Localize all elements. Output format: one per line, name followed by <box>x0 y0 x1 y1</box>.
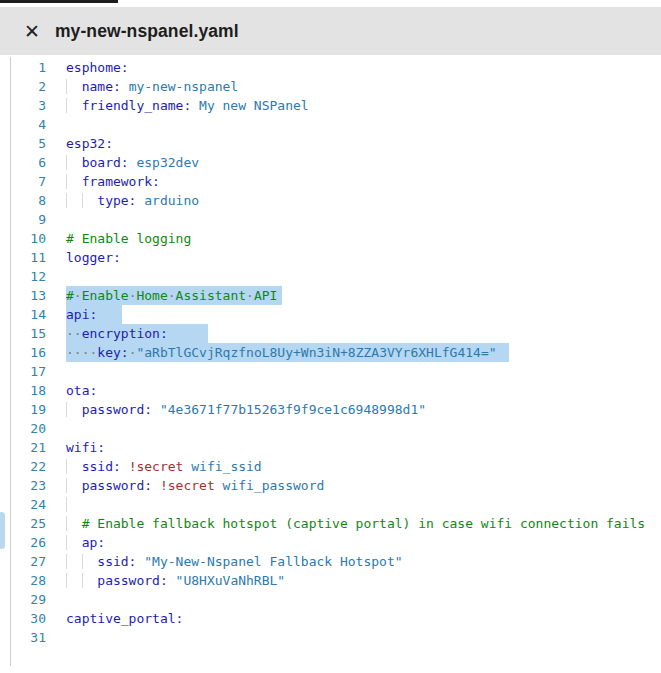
token-val: "U8HXuVaNhRBL" <box>176 573 286 588</box>
line-text: api: <box>66 305 122 324</box>
token-sp <box>152 402 160 417</box>
code-line[interactable]: 16····key:·"aRbTlGCvjRqzfnoL8Uy+Wn3iN+8Z… <box>0 343 661 362</box>
token-key: ota: <box>66 383 97 398</box>
token-sp <box>215 478 223 493</box>
line-number: 13 <box>0 286 46 305</box>
line-number: 14 <box>0 305 46 324</box>
token-ind <box>66 193 82 208</box>
code-area[interactable]: 1esphome:2 name: my-new-nspanel3 friendl… <box>0 58 661 647</box>
line-number: 20 <box>0 419 46 438</box>
token-ind <box>82 573 98 588</box>
token-key: framework: <box>82 174 160 189</box>
code-line[interactable]: 11logger: <box>0 248 661 267</box>
token-val: "aRbTlGCvjRqzfnoL8Uy+Wn3iN+8ZZA3VYr6XHLf… <box>136 345 496 360</box>
token-ind <box>66 497 82 512</box>
code-line[interactable]: 12 <box>0 267 661 286</box>
token-sp <box>121 459 129 474</box>
token-key: password: <box>82 478 152 493</box>
token-val: "My-New-Nspanel Fallback Hotspot" <box>144 554 402 569</box>
code-line[interactable]: 31 <box>0 628 661 647</box>
line-number: 3 <box>0 96 46 115</box>
whitespace-dot: · <box>74 345 82 360</box>
line-number: 29 <box>0 590 46 609</box>
line-text: friendly_name: My new NSPanel <box>66 96 309 115</box>
token-ind <box>66 535 82 550</box>
code-line[interactable]: 10# Enable logging <box>0 229 661 248</box>
token-sec: !secret <box>160 478 215 493</box>
line-number: 21 <box>0 438 46 457</box>
token-sp <box>152 478 160 493</box>
token-ind <box>66 516 82 531</box>
code-line[interactable]: 2 name: my-new-nspanel <box>0 77 661 96</box>
whitespace-dot: · <box>168 288 176 303</box>
code-line[interactable]: 25 # Enable fallback hotspot (captive po… <box>0 514 661 533</box>
line-number: 28 <box>0 571 46 590</box>
code-line[interactable]: 26 ap: <box>0 533 661 552</box>
line-text <box>66 495 82 514</box>
code-line[interactable]: 14api: <box>0 305 661 324</box>
token-ind <box>66 174 82 189</box>
file-title: my-new-nspanel.yaml <box>55 21 239 42</box>
line-text: ssid: !secret wifi_ssid <box>66 457 262 476</box>
token-ind <box>66 155 82 170</box>
code-line[interactable]: 17 <box>0 362 661 381</box>
token-key: esphome: <box>66 60 129 75</box>
token-com: # Enable logging <box>66 231 191 246</box>
line-number: 23 <box>0 476 46 495</box>
code-line[interactable]: 1esphome: <box>0 58 661 77</box>
whitespace-dot: · <box>74 326 82 341</box>
code-line[interactable]: 29 <box>0 590 661 609</box>
code-line[interactable]: 30captive_portal: <box>0 609 661 628</box>
token-ind <box>66 79 82 94</box>
token-ind <box>66 573 82 588</box>
whitespace-dot: · <box>66 326 74 341</box>
code-line[interactable]: 4 <box>0 115 661 134</box>
whitespace-dot: · <box>74 288 82 303</box>
whitespace-dot: · <box>66 345 74 360</box>
line-number: 7 <box>0 172 46 191</box>
code-line[interactable]: 6 board: esp32dev <box>0 153 661 172</box>
line-text: password: "U8HXuVaNhRBL" <box>66 571 285 590</box>
selection-highlight-tail <box>497 343 509 362</box>
code-line[interactable]: 3 friendly_name: My new NSPanel <box>0 96 661 115</box>
token-key: captive_portal: <box>66 611 183 626</box>
code-line[interactable]: 21wifi: <box>0 438 661 457</box>
code-line[interactable]: 5esp32: <box>0 134 661 153</box>
code-line[interactable]: 27 ssid: "My-New-Nspanel Fallback Hotspo… <box>0 552 661 571</box>
code-line[interactable]: 18ota: <box>0 381 661 400</box>
line-number: 12 <box>0 267 46 286</box>
code-line[interactable]: 8 type: arduino <box>0 191 661 210</box>
line-number: 15 <box>0 324 46 343</box>
code-line[interactable]: 20 <box>0 419 661 438</box>
line-number: 6 <box>0 153 46 172</box>
yaml-editor[interactable]: 1esphome:2 name: my-new-nspanel3 friendl… <box>0 56 661 673</box>
line-number: 8 <box>0 191 46 210</box>
code-line[interactable]: 28 password: "U8HXuVaNhRBL" <box>0 571 661 590</box>
code-line[interactable]: 7 framework: <box>0 172 661 191</box>
code-line[interactable]: 13#·Enable·Home·Assistant·API <box>0 286 661 305</box>
token-val: my-new-nspanel <box>129 79 239 94</box>
line-number: 5 <box>0 134 46 153</box>
line-text: # Enable logging <box>66 229 191 248</box>
token-ind <box>82 193 98 208</box>
code-line[interactable]: 23 password: !secret wifi_password <box>0 476 661 495</box>
token-ind <box>66 98 82 113</box>
token-key: logger: <box>66 250 121 265</box>
code-line[interactable]: 19 password: "4e3671f77b15263f9f9ce1c694… <box>0 400 661 419</box>
close-button[interactable]: ✕ <box>24 22 40 41</box>
code-line[interactable]: 9 <box>0 210 661 229</box>
token-com: # Enable fallback hotspot (captive porta… <box>82 516 646 531</box>
code-line[interactable]: 22 ssid: !secret wifi_ssid <box>0 457 661 476</box>
line-text: framework: <box>66 172 160 191</box>
line-text: ssid: "My-New-Nspanel Fallback Hotspot" <box>66 552 403 571</box>
token-key: board: <box>82 155 129 170</box>
line-number: 30 <box>0 609 46 628</box>
line-text: password: !secret wifi_password <box>66 476 324 495</box>
code-line[interactable]: 15··encryption: <box>0 324 661 343</box>
selection-highlight: ····key:·"aRbTlGCvjRqzfnoL8Uy+Wn3iN+8ZZA… <box>66 343 509 362</box>
token-key: name: <box>82 79 121 94</box>
code-line[interactable]: 24 <box>0 495 661 514</box>
token-key: api: <box>66 307 97 322</box>
line-text: board: esp32dev <box>66 153 199 172</box>
token-key: esp32: <box>66 136 113 151</box>
